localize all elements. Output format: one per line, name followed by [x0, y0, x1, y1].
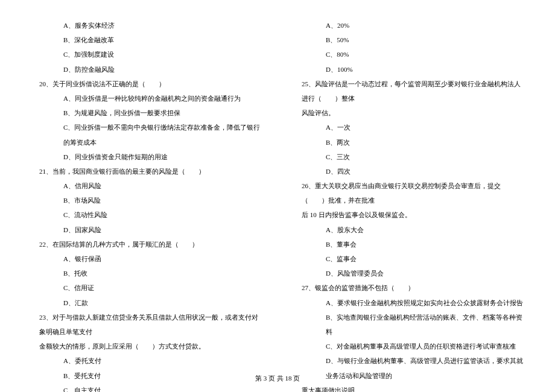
- q24-option-c: C、80%: [293, 47, 525, 62]
- q21-stem: 21、当前，我国商业银行面临的最主要的风险是（ ）: [30, 164, 262, 179]
- q27-option-a: A、要求银行业金融机构按照规定如实向社会公众披露财务会计报告: [293, 296, 525, 310]
- q21-option-b: B、市场风险: [30, 193, 262, 207]
- q25-option-d: D、四次: [293, 164, 525, 179]
- q22-option-c: C、信用证: [30, 280, 262, 295]
- page-footer: 第 3 页 共 18 页: [0, 374, 555, 383]
- q27-option-b: B、实地查阅银行业金融机构经营活动的账表、文件、档案等各种资料: [293, 310, 525, 339]
- q27-option-c: C、对金融机构董事及高级管理人员的任职资格进行考试审查核准: [293, 339, 525, 353]
- q22-option-b: B、托收: [30, 266, 262, 280]
- q23-stem-cont: 金额较大的情形，原则上应采用（ ）方式支付贷款。: [30, 339, 262, 353]
- q26-stem: 26、重大关联交易应当由商业银行关联交易控制委员会审查后，提交（ ）批准，并在批…: [293, 179, 525, 207]
- q25-option-c: C、三次: [293, 150, 525, 164]
- q23-option-c: C、自主支付: [30, 383, 262, 392]
- q22-option-d: D、汇款: [30, 296, 262, 310]
- q26-option-d: D、风险管理委员会: [293, 266, 525, 280]
- q20-option-b: B、为规避风险，同业拆借一般要求担保: [30, 106, 262, 120]
- q24-option-d: D、100%: [293, 62, 525, 77]
- q24-option-a: A、20%: [293, 18, 525, 33]
- q20-option-a: A、同业拆借是一种比较纯粹的金融机构之间的资金融通行为: [30, 91, 262, 106]
- q24-option-b: B、50%: [293, 33, 525, 47]
- q21-option-c: C、流动性风险: [30, 207, 262, 222]
- q22-stem: 22、在国际结算的几种方式中，属于顺汇的是（ ）: [30, 237, 262, 251]
- q23-stem: 23、对于与借款人新建立信贷业务关系且借款人信用状况一般，或者支付对象明确且单笔…: [30, 310, 262, 339]
- q20-option-c: C、同业拆借一般不需向中央银行缴纳法定存款准备金，降低了银行的筹资成本: [30, 120, 262, 149]
- q21-option-a: A、信用风险: [30, 179, 262, 193]
- q19-option-a: A、服务实体经济: [30, 18, 262, 33]
- q27-option-d-cont: 重大事项做出说明: [293, 383, 525, 392]
- q26-option-b: B、董事会: [293, 237, 525, 251]
- q26-option-a: A、股东大会: [293, 223, 525, 237]
- q25-stem-cont: 风险评估。: [293, 106, 525, 120]
- q20-stem: 20、关于同业拆借说法不正确的是（ ）: [30, 77, 262, 91]
- q21-option-d: D、国家风险: [30, 223, 262, 237]
- q22-option-a: A、银行保函: [30, 251, 262, 266]
- q27-stem: 27、银监会的监管措施不包括（ ）: [293, 280, 525, 295]
- q19-option-c: C、加强制度建设: [30, 47, 262, 62]
- q25-stem: 25、风险评估是一个动态过程，每个监管周期至少要对银行业金融机构法人进行（ ）整…: [293, 77, 525, 106]
- q25-option-b: B、两次: [293, 135, 525, 150]
- q23-option-a: A、委托支付: [30, 353, 262, 368]
- q20-option-d: D、同业拆借资金只能作短期的用途: [30, 150, 262, 164]
- q25-option-a: A、一次: [293, 120, 525, 134]
- q19-option-d: D、防控金融风险: [30, 62, 262, 77]
- q26-stem-cont: 后 10 日内报告监事会以及银保监会。: [293, 207, 525, 222]
- q19-option-b: B、深化金融改革: [30, 33, 262, 47]
- q26-option-c: C、监事会: [293, 251, 525, 266]
